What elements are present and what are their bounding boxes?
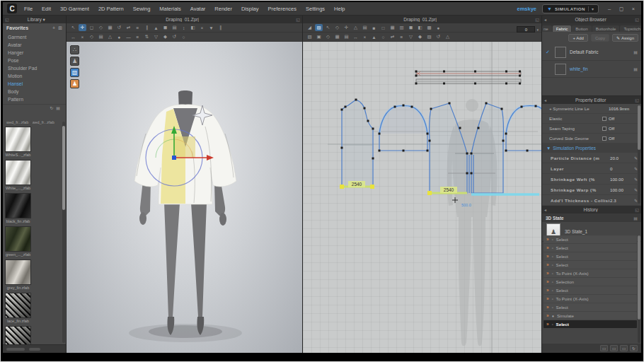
tool-icon[interactable]: ▨ [315, 24, 323, 31]
object-browser-tab[interactable]: Button [572, 25, 591, 32]
maximize-button[interactable]: ◻ [618, 6, 625, 12]
library-item[interactable]: Body [3, 88, 66, 95]
fabric-row[interactable]: ✓ Default Fabric ▤ [542, 44, 641, 61]
library-item[interactable]: Garment [3, 33, 66, 41]
tool-icon[interactable]: ▦ [106, 24, 114, 31]
property-value[interactable]: 1016.9mm [609, 106, 637, 111]
fabric-thumbnail[interactable]: green_..._zfab [5, 226, 31, 257]
grainline-value[interactable]: 0 [517, 26, 535, 33]
property-value[interactable]: 20.0 [610, 156, 634, 160]
menu-item[interactable]: Settings [306, 6, 325, 12]
history-entry[interactable]: » ▫ Select [544, 252, 637, 260]
tool-icon[interactable]: ● [115, 33, 123, 40]
library-item[interactable]: Pattern [3, 95, 66, 103]
menu-item[interactable]: Help [334, 6, 345, 12]
tool-icon[interactable]: × [361, 33, 369, 40]
tool-icon[interactable]: ▽ [152, 33, 160, 40]
tool-icon[interactable]: ◆ [161, 33, 169, 40]
app-logo-icon[interactable]: C [7, 4, 17, 13]
mannequin-legs[interactable] [164, 203, 207, 335]
viewport-toggle-button[interactable]: ♟ [70, 57, 79, 66]
gizmo-origin-handle[interactable] [172, 156, 176, 160]
neckband-pattern[interactable] [415, 71, 522, 85]
tool-icon[interactable]: ▦ [389, 24, 396, 31]
tool-icon[interactable]: ∥ [143, 24, 151, 31]
history-entry[interactable]: » ● Simulate [544, 312, 637, 320]
history-entry[interactable]: » ▫ Select [544, 261, 637, 269]
tool-icon[interactable]: ◼ [161, 24, 169, 31]
pattern-front-left[interactable]: 2540 [427, 103, 469, 196]
history-entry[interactable]: » ▫ Select [544, 320, 637, 328]
panel-expand-icon[interactable]: ◱ [296, 17, 300, 22]
history-entry[interactable]: » ▫ Select [544, 235, 637, 243]
history-entry[interactable]: » ▫ Select [544, 303, 637, 311]
gizmo-plane-handle[interactable] [174, 136, 195, 158]
simulation-button[interactable]: ▼ SIMULATION ▾ [542, 4, 599, 13]
add-favorite-icon[interactable]: + [52, 25, 55, 30]
state-options-icon[interactable]: ▤ [633, 216, 638, 221]
object-browser-tab[interactable]: ne [542, 25, 552, 32]
tool-icon[interactable]: ↖ [69, 24, 77, 31]
history-view-icon[interactable]: ▭ [600, 345, 608, 351]
simulation-properties-section[interactable]: ▼ Simulation Properties [542, 144, 641, 153]
menu-item[interactable]: Avatar [190, 6, 206, 12]
viewport-2d-header[interactable]: Draping_01.Zprj ◱ [303, 16, 541, 23]
tool-icon[interactable]: ○ [180, 33, 188, 40]
library-item[interactable]: Pose [3, 57, 66, 64]
canvas-3d[interactable]: ∴♟▧♟ [67, 42, 302, 353]
menu-item[interactable]: Render [214, 6, 232, 12]
tool-icon[interactable]: ▧ [306, 33, 314, 40]
object-browser-header[interactable]: ◂ Object Browser ◱ [542, 16, 641, 23]
tool-icon[interactable]: ○ [379, 33, 387, 40]
property-value[interactable]: 100.00 [610, 177, 634, 182]
tool-icon[interactable]: ✛ [79, 24, 86, 31]
check-icon[interactable]: ✓ [546, 49, 551, 55]
panel-expand-icon[interactable]: ◱ [535, 17, 539, 22]
history-header[interactable]: ◂ History ◱ [542, 206, 641, 214]
fabric-thumbnail[interactable]: lace_fi...zfab [5, 326, 31, 344]
property-value[interactable]: Off [609, 136, 637, 141]
object-browser-tab[interactable]: Topstitch [620, 25, 641, 32]
history-entry[interactable]: » ▫ Selection [544, 278, 637, 286]
property-editor-header[interactable]: ◂ Property Editor ◱ [542, 96, 641, 104]
tool-icon[interactable]: ◆ [416, 33, 424, 40]
menu-item[interactable]: 3D Garment [60, 6, 89, 12]
add-fabric-button[interactable]: + Add [568, 34, 588, 42]
library-header[interactable]: ◱ Library ▾ [3, 16, 66, 23]
grid-view-icon[interactable]: ▤ [56, 105, 60, 110]
viewport-toggle-button[interactable]: ♟ [70, 79, 79, 88]
tool-icon[interactable]: ▤ [343, 33, 350, 40]
username-label[interactable]: emskye [517, 6, 536, 12]
property-value[interactable]: 100.00 [610, 187, 634, 192]
library-scrollbar[interactable] [62, 122, 65, 343]
tool-icon[interactable]: ↕ [180, 24, 188, 31]
property-value[interactable]: 2.3 [610, 198, 634, 203]
refresh-icon[interactable]: ↻ [50, 105, 53, 110]
canvas-2d[interactable]: 2540 [303, 42, 541, 353]
add-folder-icon[interactable]: ⊞ [58, 25, 62, 31]
history-entry[interactable]: » ▫ Select [544, 244, 637, 252]
tool-icon[interactable]: ◇ [333, 24, 341, 31]
minimize-button[interactable]: – [606, 6, 613, 12]
menu-item[interactable]: Preferences [268, 6, 297, 12]
menu-item[interactable]: Edit [42, 6, 51, 12]
simulation-caret-icon[interactable]: ▾ [588, 6, 594, 11]
library-item[interactable]: Avatar [3, 41, 66, 49]
tool-icon[interactable]: △ [106, 33, 114, 40]
tool-icon[interactable]: ≡ [398, 33, 406, 40]
tool-icon[interactable]: ▲ [152, 24, 160, 31]
tool-icon[interactable]: ∥ [217, 24, 224, 31]
history-entry[interactable]: » ▫ To Point (X-Axis) [544, 295, 637, 303]
tool-icon[interactable]: ◧ [416, 24, 424, 31]
fabric-thumbnail[interactable]: WhiteS..._zfab [5, 127, 31, 157]
fabric-thumbnail[interactable]: White_..._zfab [5, 160, 31, 190]
tool-icon[interactable]: ▥ [398, 24, 406, 31]
pattern-back-panel[interactable]: 2540 [340, 99, 374, 189]
tool-icon[interactable]: □ [379, 24, 387, 31]
panel-expand-icon[interactable]: ◱ [635, 98, 639, 103]
tool-icon[interactable]: ◢ [306, 24, 314, 31]
tool-icon[interactable]: ▦ [333, 33, 341, 40]
checkbox[interactable] [602, 117, 606, 121]
library-item[interactable]: Shoulder Pad [3, 64, 66, 72]
viewport-3d-header[interactable]: Draping_01.Zprj ◱ [67, 16, 302, 23]
